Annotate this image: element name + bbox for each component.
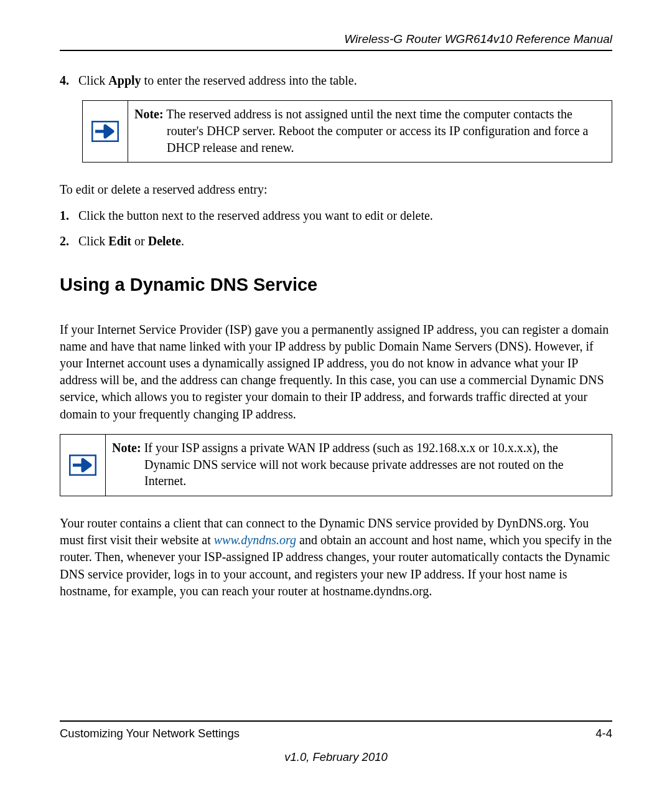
note-icon-cell (83, 101, 128, 162)
dyndns-link[interactable]: www.dyndns.org (214, 533, 296, 547)
running-header: Wireless-G Router WGR614v10 Reference Ma… (60, 32, 612, 46)
section-heading: Using a Dynamic DNS Service (60, 275, 612, 295)
arrow-right-icon (69, 455, 96, 476)
note-box: Note: If your ISP assigns a private WAN … (60, 434, 612, 496)
note-label: Note: (134, 107, 164, 121)
edit-step-1: 1. Click the button next to the reserved… (60, 207, 612, 224)
edit-intro: To edit or delete a reserved address ent… (60, 181, 612, 198)
step-text: Click Apply to enter the reserved addres… (78, 72, 612, 89)
spacer (60, 608, 612, 720)
document-page: Wireless-G Router WGR614v10 Reference Ma… (0, 0, 672, 789)
footer-rule (60, 720, 612, 722)
step-number: 1. (60, 207, 78, 224)
note-text: Note: The reserved address is not assign… (128, 101, 612, 162)
note-text: Note: If your ISP assigns a private WAN … (106, 435, 612, 496)
text: . (181, 234, 184, 248)
step-text: Click Edit or Delete. (78, 233, 612, 250)
note-box: Note: The reserved address is not assign… (82, 100, 612, 163)
footer-row: Customizing Your Network Settings 4-4 (60, 727, 612, 740)
footer-version: v1.0, February 2010 (60, 750, 612, 764)
text: to enter the reserved address into the t… (141, 73, 357, 87)
header-rule (60, 50, 612, 51)
step-number: 2. (60, 233, 78, 250)
text: Click (78, 234, 108, 248)
note-body: The reserved address is not assigned unt… (164, 107, 589, 154)
footer-section: Customizing Your Network Settings (60, 727, 240, 740)
note-body: If your ISP assigns a private WAN IP add… (141, 441, 564, 488)
arrow-right-icon (91, 121, 119, 142)
edit-step-2: 2. Click Edit or Delete. (60, 233, 612, 250)
note-icon-cell (60, 435, 106, 496)
bold-text: Apply (108, 73, 141, 87)
footer-page: 4-4 (595, 727, 612, 740)
bold-text: Edit (108, 234, 131, 248)
text: Click (78, 73, 108, 87)
ddns-paragraph-1: If your Internet Service Provider (ISP) … (60, 321, 612, 423)
step-number: 4. (60, 72, 78, 89)
step-text: Click the button next to the reserved ad… (78, 207, 612, 224)
note-label: Note: (112, 441, 141, 455)
bold-text: Delete (148, 234, 181, 248)
text: or (131, 234, 148, 248)
step-4: 4. Click Apply to enter the reserved add… (60, 72, 612, 89)
ddns-paragraph-2: Your router contains a client that can c… (60, 515, 612, 600)
